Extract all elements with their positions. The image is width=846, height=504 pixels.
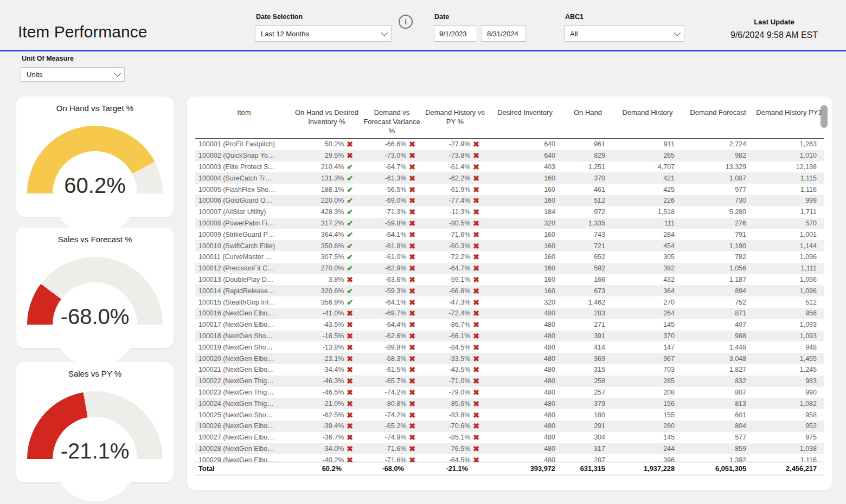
total-demand-forecast: 6,051,305: [682, 464, 754, 473]
num-cell: 145: [613, 321, 682, 328]
num-cell: 480: [487, 355, 563, 363]
abc1-dropdown[interactable]: All: [564, 25, 684, 42]
metric-cell: 428.3% ✔: [293, 208, 361, 216]
table-row[interactable]: 100019 (NextGen Sho… -13.8% ✖ -89.8% ✖ -…: [195, 341, 824, 353]
table-row[interactable]: 100008 (PowerPalm Fi… 317.2% ✔ -59.8% ✖ …: [195, 218, 824, 229]
metric-value: 131.3%: [321, 175, 344, 182]
item-cell: 100002 (QuickSnap Yo…: [195, 152, 293, 159]
col-header-item[interactable]: Item: [195, 100, 293, 138]
table-row[interactable]: 100025 (NextGen Sho… -62.5% ✖ -74.2% ✖ -…: [195, 409, 824, 421]
num-cell: 832: [682, 377, 754, 385]
metric-value: -64.7%: [449, 264, 471, 272]
gauge-title: Sales vs Forecast %: [16, 235, 174, 244]
metric-cell: -62.5% ✖: [293, 411, 361, 419]
x-icon: ✖: [473, 276, 479, 283]
col-header-demand-history[interactable]: Demand History: [613, 100, 682, 138]
col-header-demand-vs-forecast-variance[interactable]: Demand vs Forecast Variance %: [361, 100, 423, 138]
table-row[interactable]: 100002 (QuickSnap Yo… 29.5% ✖ -73.0% ✖ -…: [195, 150, 824, 161]
table-row[interactable]: 100023 (NextGen Thig… -46.5% ✖ -74.2% ✖ …: [195, 387, 824, 398]
table-row[interactable]: 100024 (NextGen Thig… -21.0% ✖ -80.8% ✖ …: [195, 398, 824, 409]
table-row[interactable]: 100021 (NextGen Elbo… -34.4% ✖ -61.5% ✖ …: [195, 364, 824, 376]
metric-cell: -65.7% ✖: [361, 377, 423, 385]
metric-cell: -71.0% ✖: [423, 377, 487, 385]
x-icon: ✖: [473, 231, 479, 238]
vertical-scrollbar-thumb[interactable]: [821, 105, 828, 128]
col-header-on-hand-vs-desired-inventory[interactable]: On Hand vs Desired Inventory %: [293, 100, 361, 138]
date-from-input[interactable]: 9/1/2023: [434, 25, 477, 42]
table-row[interactable]: 100007 (AllStar Utility) 428.3% ✔ -71.3%…: [195, 206, 824, 218]
table-row[interactable]: 100028 (NextGen Elbo… -34.0% ✖ -71.6% ✖ …: [195, 443, 824, 455]
metric-value: -72.2%: [449, 253, 471, 261]
item-cell: 100016 (NextGen Elbo…: [195, 309, 293, 317]
metric-value: -71.3%: [385, 208, 407, 216]
info-icon[interactable]: i: [399, 15, 413, 29]
x-icon: ✖: [409, 175, 415, 182]
gauge-on-hand-vs-target: 60.2%: [27, 126, 163, 193]
x-icon: ✖: [473, 366, 479, 373]
num-cell: 958: [754, 411, 824, 419]
num-cell: 432: [613, 276, 682, 283]
metric-cell: -61.0% ✖: [361, 253, 423, 261]
metric-value: -74.2%: [385, 411, 407, 419]
unit-of-measure-dropdown[interactable]: Units: [21, 67, 125, 82]
metric-cell: 320.6% ✔: [293, 287, 361, 295]
num-cell: 577: [682, 434, 754, 441]
metric-cell: -61.4% ✖: [423, 163, 487, 171]
metric-cell: 307.5% ✔: [293, 253, 361, 261]
metric-cell: 131.3% ✔: [293, 175, 361, 182]
num-cell: 283: [563, 309, 613, 317]
table-row[interactable]: 100018 (NextGen Sho… -18.5% ✖ -62.6% ✖ -…: [195, 331, 824, 342]
table-row[interactable]: 100015 (StealthGrip Inf… 356.9% ✔ -64.1%…: [195, 296, 824, 308]
metric-cell: -41.0% ✖: [293, 309, 361, 317]
table-row[interactable]: 100010 (SwiftCatch Elite) 350.6% ✔ -61.8…: [195, 240, 824, 251]
table-row[interactable]: 100014 (RapidRelease… 320.6% ✔ -59.3% ✖ …: [195, 285, 824, 296]
num-cell: 1,392: [682, 456, 754, 462]
num-cell: 1,116: [754, 186, 824, 193]
x-icon: ✖: [473, 140, 479, 148]
table-row[interactable]: 100009 (StrikeGuard P… 364.4% ✔ -64.1% ✖…: [195, 229, 824, 240]
col-header-on-hand[interactable]: On Hand: [563, 100, 613, 138]
num-cell: 160: [487, 175, 563, 182]
metric-cell: -66.8% ✖: [423, 287, 487, 295]
table-row[interactable]: 100001 (ProFit Fastpitch) 50.2% ✖ -66.6%…: [195, 139, 824, 150]
num-cell: 829: [563, 152, 613, 159]
col-header-demand-history-py1[interactable]: Demand History PY1: [754, 100, 824, 138]
metric-value: -62.2%: [449, 175, 471, 182]
item-cell: 100010 (SwiftCatch Elite): [195, 242, 293, 250]
table-row[interactable]: 100026 (NextGen Elbo… -39.4% ✖ -65.2% ✖ …: [195, 421, 824, 432]
table-row[interactable]: 100003 (Elite Protect S… 210.4% ✔ -64.7%…: [195, 161, 824, 173]
table-row[interactable]: 100012 (PrecisionFit C… 270.0% ✔ -62.9% …: [195, 263, 824, 274]
table-row[interactable]: 100013 (DoublePlay D… 3.8% ✖ -63.6% ✖ -5…: [195, 274, 824, 286]
col-header-demand-history-vs-py[interactable]: Demand History vs PY %: [423, 100, 487, 138]
date-selection-dropdown[interactable]: Last 12 Months: [255, 25, 392, 42]
table-row[interactable]: 100011 (CurveMaster … 307.5% ✔ -61.0% ✖ …: [195, 251, 824, 263]
table-row[interactable]: 100020 (NextGen Elbo… -23.1% ✖ -68.3% ✖ …: [195, 353, 824, 364]
last-update: Last Update 9/6/2024 9:58 AM EST: [721, 18, 827, 40]
table-row[interactable]: 100005 (FlashFlex Sho… 188.1% ✔ -56.5% ✖…: [195, 184, 824, 195]
num-cell: 244: [613, 445, 682, 453]
metric-value: 3.8%: [329, 276, 344, 283]
table-row[interactable]: 100022 (NextGen Thig… -46.3% ✖ -65.7% ✖ …: [195, 376, 824, 387]
num-cell: 13,329: [682, 163, 754, 171]
metric-value: -72.4%: [449, 309, 471, 317]
abc1-label: ABC1: [565, 13, 584, 21]
table-row[interactable]: 100006 (GoldGuard O… 220.0% ✔ -69.0% ✖ -…: [195, 195, 824, 206]
check-icon: ✔: [347, 242, 353, 250]
date-to-input[interactable]: 8/31/2024: [482, 25, 526, 42]
table-row[interactable]: 100016 (NextGen Elbo… -41.0% ✖ -69.7% ✖ …: [195, 308, 824, 319]
col-header-desired-inventory[interactable]: Desired Inventory: [487, 100, 563, 138]
check-icon: ✔: [347, 175, 353, 182]
table-row[interactable]: 100027 (NextGen Elbo… -36.7% ✖ -74.9% ✖ …: [195, 432, 824, 443]
num-cell: 285: [613, 377, 682, 385]
x-icon: ✖: [473, 389, 479, 396]
metric-cell: -64.1% ✖: [361, 299, 423, 306]
metric-cell: -60.3% ✖: [423, 242, 487, 250]
table-row[interactable]: 100004 (SureCatch Tr… 131.3% ✔ -61.3% ✖ …: [195, 172, 824, 184]
x-icon: ✖: [409, 197, 415, 204]
metric-value: -62.6%: [385, 332, 407, 340]
table-row[interactable]: 100029 (NextGen Elbo… -40.2% ✖ -71.6% ✖ …: [195, 454, 824, 462]
x-icon: ✖: [473, 208, 479, 216]
x-icon: ✖: [473, 434, 479, 441]
col-header-demand-forecast[interactable]: Demand Forecast: [682, 100, 754, 138]
table-row[interactable]: 100017 (NextGen Elbo… -43.5% ✖ -64.4% ✖ …: [195, 319, 824, 331]
